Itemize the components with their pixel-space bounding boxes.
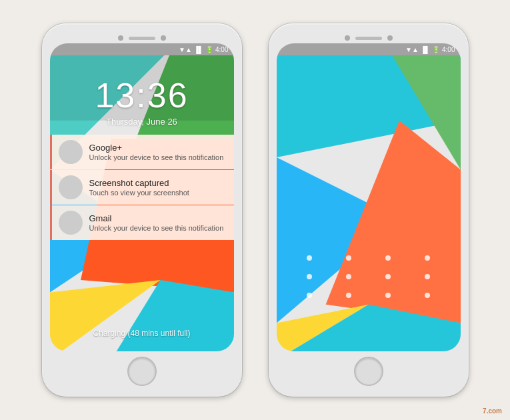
- notif-title-google-plus: Google+: [89, 143, 227, 153]
- notif-title-screenshot: Screenshot captured: [89, 178, 227, 188]
- front-camera: [118, 35, 123, 41]
- notif-avatar-screenshot: [59, 175, 83, 199]
- phone-bottom: [50, 351, 234, 389]
- notif-avatar-google-plus: [59, 140, 83, 164]
- wifi-icon-2: ▼▲: [405, 46, 419, 53]
- lock-date: Thursday, June 26: [50, 117, 234, 127]
- notif-text-google-plus: Google+ Unlock your device to see this n…: [89, 143, 227, 161]
- pin-screen[interactable]: [277, 55, 461, 351]
- pin-dot-12[interactable]: [425, 293, 430, 298]
- watermark-suffix: .com: [487, 407, 502, 415]
- pin-dots-grid[interactable]: [277, 255, 461, 298]
- pin-dot-5[interactable]: [307, 274, 312, 279]
- pin-dot-8[interactable]: [425, 274, 430, 279]
- notif-title-gmail: Gmail: [89, 213, 227, 223]
- status-icons-2: ▼▲ ▐▌ 🔋 4:00: [405, 46, 455, 53]
- phone-top-sensors-2: [277, 31, 461, 43]
- pin-dot-2[interactable]: [346, 255, 351, 261]
- phone-bottom-2: [277, 351, 461, 389]
- home-button[interactable]: [127, 357, 157, 386]
- status-bar: ▼▲ ▐▌ 🔋 4:00: [50, 43, 234, 55]
- pin-dot-6[interactable]: [346, 274, 351, 279]
- status-bar-2: ▼▲ ▐▌ 🔋 4:00: [277, 43, 461, 55]
- charging-text: Charging (48 mins until full): [50, 329, 234, 338]
- phone-top-sensors: [50, 31, 234, 43]
- status-icons: ▼▲ ▐▌ 🔋 4:00: [179, 46, 228, 53]
- lock-time: 13:36: [50, 75, 234, 115]
- notification-gmail[interactable]: Gmail Unlock your device to see this not…: [50, 205, 234, 240]
- sensor-2: [387, 35, 393, 41]
- phone-pin: ▼▲ ▐▌ 🔋 4:00: [269, 23, 469, 397]
- wifi-icon: ▼▲: [179, 46, 192, 53]
- signal-icon: ▐▌: [194, 46, 203, 53]
- wallpaper-2: [277, 55, 461, 351]
- speaker-grille-2: [355, 37, 382, 40]
- battery-icon-2: 🔋: [432, 46, 440, 53]
- screen-area-2: ▼▲ ▐▌ 🔋 4:00: [277, 43, 461, 351]
- pin-dot-4[interactable]: [425, 255, 430, 261]
- screen-area: ▼▲ ▐▌ 🔋 4:00: [50, 43, 234, 351]
- notif-avatar-gmail: [59, 211, 83, 235]
- signal-icon-2: ▐▌: [421, 46, 430, 53]
- notif-subtitle-google-plus: Unlock your device to see this notificat…: [89, 153, 227, 161]
- lock-time-area: 13:36 Thursday, June 26: [50, 55, 234, 127]
- notif-text-screenshot: Screenshot captured Touch so view your s…: [89, 178, 227, 197]
- front-camera-2: [345, 35, 350, 41]
- pin-dot-1[interactable]: [307, 255, 312, 261]
- notification-google-plus[interactable]: Google+ Unlock your device to see this n…: [50, 135, 234, 169]
- pin-dot-11[interactable]: [385, 293, 391, 298]
- notification-screenshot[interactable]: Screenshot captured Touch so view your s…: [50, 170, 234, 205]
- phone-lockscreen: ▼▲ ▐▌ 🔋 4:00: [42, 23, 242, 397]
- notif-subtitle-screenshot: Touch so view your screenshot: [89, 189, 227, 197]
- pin-dot-7[interactable]: [385, 274, 391, 279]
- sensor: [161, 35, 166, 41]
- pin-dot-9[interactable]: [307, 293, 312, 298]
- battery-icon: 🔋: [205, 46, 213, 53]
- home-button-2[interactable]: [354, 357, 383, 386]
- notif-text-gmail: Gmail Unlock your device to see this not…: [89, 213, 227, 232]
- lockscreen-background: 13:36 Thursday, June 26 Google+ Unlock y…: [50, 55, 234, 351]
- notifications-area: Google+ Unlock your device to see this n…: [50, 135, 234, 240]
- notif-subtitle-gmail: Unlock your device to see this notificat…: [89, 224, 227, 232]
- pin-dot-3[interactable]: [385, 255, 391, 261]
- phones-container: ▼▲ ▐▌ 🔋 4:00: [42, 23, 469, 397]
- time-status: 4:00: [215, 46, 228, 53]
- speaker-grille: [129, 37, 155, 40]
- time-status-2: 4:00: [442, 46, 455, 53]
- watermark: 7.com: [483, 407, 502, 415]
- pin-dot-10[interactable]: [346, 293, 351, 298]
